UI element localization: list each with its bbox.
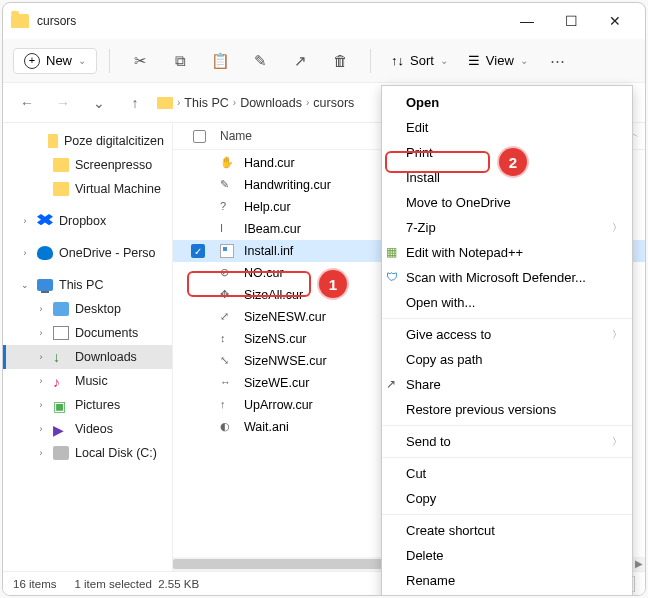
cursor-file-icon: ?	[220, 200, 234, 214]
forward-button[interactable]: →	[49, 89, 77, 117]
pictures-icon: ▣	[53, 398, 69, 412]
ctx-label: Open with...	[406, 295, 475, 310]
ctx-label: Move to OneDrive	[406, 195, 511, 210]
videos-icon: ▶	[53, 422, 69, 436]
ctx-move-to-onedrive[interactable]: Move to OneDrive	[382, 190, 632, 215]
ctx-7-zip[interactable]: 〉7-Zip	[382, 215, 632, 240]
expand-icon[interactable]: ⌄	[19, 280, 31, 290]
sidebar-item-label: Poze digitalcitizen	[64, 134, 164, 148]
minimize-button[interactable]: —	[505, 6, 549, 36]
sidebar-item-local-disk-c-[interactable]: ›Local Disk (C:)	[3, 441, 172, 465]
ctx-create-shortcut[interactable]: Create shortcut	[382, 518, 632, 543]
rename-button[interactable]: ✎	[242, 45, 278, 77]
defender-icon: 🛡	[386, 270, 400, 284]
expand-icon[interactable]: ›	[35, 400, 47, 410]
sidebar-item-label: Music	[75, 374, 108, 388]
file-name: IBeam.cur	[244, 222, 301, 236]
expand-icon[interactable]: ›	[35, 424, 47, 434]
sidebar-item-poze-digitalcitizen[interactable]: Poze digitalcitizen	[3, 129, 172, 153]
item-count: 16 items	[13, 578, 56, 590]
expand-icon[interactable]: ›	[35, 448, 47, 458]
ctx-label: Edit	[406, 120, 428, 135]
submenu-arrow-icon: 〉	[612, 221, 622, 235]
file-explorer-window: cursors — ☐ ✕ + New ⌄ ✂ ⧉ 📋 ✎ ↗ 🗑 ↑↓ Sor…	[2, 2, 646, 596]
cursor-file-icon: ✥	[220, 288, 234, 302]
submenu-arrow-icon: 〉	[612, 435, 622, 449]
ctx-open[interactable]: Open	[382, 90, 632, 115]
expand-icon[interactable]: ›	[35, 376, 47, 386]
sidebar-item-label: Videos	[75, 422, 113, 436]
inf-file-icon	[220, 244, 234, 258]
ctx-share[interactable]: ↗Share	[382, 372, 632, 397]
ctx-copy[interactable]: Copy	[382, 486, 632, 511]
ctx-delete[interactable]: Delete	[382, 543, 632, 568]
sidebar-item-label: Desktop	[75, 302, 121, 316]
ctx-label: Print	[406, 145, 433, 160]
sidebar-item-screenpresso[interactable]: Screenpresso	[3, 153, 172, 177]
cut-button[interactable]: ✂	[122, 45, 158, 77]
sidebar-item-label: Pictures	[75, 398, 120, 412]
ctx-edit-with-notepad-[interactable]: ▦Edit with Notepad++	[382, 240, 632, 265]
share-button[interactable]: ↗	[282, 45, 318, 77]
file-checkbox[interactable]: ✓	[191, 244, 205, 258]
sidebar-item-documents[interactable]: ›Documents	[3, 321, 172, 345]
select-all-checkbox[interactable]	[193, 130, 206, 143]
sort-button[interactable]: ↑↓ Sort ⌄	[383, 49, 456, 72]
ctx-label: 7-Zip	[406, 220, 436, 235]
sidebar-item-downloads[interactable]: ›↓Downloads	[3, 345, 172, 369]
cursor-file-icon: ⤡	[220, 354, 234, 368]
cursor-file-icon: I	[220, 222, 234, 236]
ctx-label: Give access to	[406, 327, 491, 342]
sidebar-item-label: Dropbox	[59, 214, 106, 228]
ctx-scan-with-microsoft-defender-[interactable]: 🛡Scan with Microsoft Defender...	[382, 265, 632, 290]
up-button[interactable]: ↑	[121, 89, 149, 117]
ctx-label: Copy as path	[406, 352, 483, 367]
expand-icon[interactable]: ›	[19, 216, 31, 226]
expand-icon[interactable]: ›	[35, 304, 47, 314]
sidebar-item-dropbox[interactable]: ›Dropbox	[3, 209, 172, 233]
ctx-restore-previous-versions[interactable]: Restore previous versions	[382, 397, 632, 422]
copy-button[interactable]: ⧉	[162, 45, 198, 77]
sidebar-item-videos[interactable]: ›▶Videos	[3, 417, 172, 441]
maximize-button[interactable]: ☐	[549, 6, 593, 36]
sidebar-item-this-pc[interactable]: ⌄This PC	[3, 273, 172, 297]
new-label: New	[46, 53, 72, 68]
more-button[interactable]: ⋯	[540, 45, 576, 77]
expand-icon[interactable]: ›	[19, 248, 31, 258]
view-button[interactable]: ☰ View ⌄	[460, 49, 536, 72]
ctx-give-access-to[interactable]: 〉Give access to	[382, 322, 632, 347]
sidebar: Poze digitalcitizenScreenpressoVirtual M…	[3, 123, 173, 571]
sidebar-item-onedrive-perso[interactable]: ›OneDrive - Perso	[3, 241, 172, 265]
submenu-arrow-icon: 〉	[612, 328, 622, 342]
close-button[interactable]: ✕	[593, 6, 637, 36]
crumb-item[interactable]: cursors	[313, 96, 354, 110]
crumb-item[interactable]: Downloads	[240, 96, 302, 110]
sidebar-item-desktop[interactable]: ›Desktop	[3, 297, 172, 321]
ctx-send-to[interactable]: 〉Send to	[382, 429, 632, 454]
paste-button[interactable]: 📋	[202, 45, 238, 77]
delete-button[interactable]: 🗑	[322, 45, 358, 77]
documents-icon	[53, 326, 69, 340]
disk-icon	[53, 446, 69, 460]
file-name: SizeWE.cur	[244, 376, 309, 390]
expand-icon[interactable]: ›	[35, 328, 47, 338]
ctx-open-with-[interactable]: Open with...	[382, 290, 632, 315]
titlebar: cursors — ☐ ✕	[3, 3, 645, 39]
ctx-edit[interactable]: Edit	[382, 115, 632, 140]
ctx-copy-as-path[interactable]: Copy as path	[382, 347, 632, 372]
recent-button[interactable]: ⌄	[85, 89, 113, 117]
breadcrumb[interactable]: › This PC › Downloads › cursors	[157, 96, 354, 110]
ctx-label: Open	[406, 95, 439, 110]
back-button[interactable]: ←	[13, 89, 41, 117]
new-button[interactable]: + New ⌄	[13, 48, 97, 74]
desktop-icon	[53, 302, 69, 316]
ctx-label: Create shortcut	[406, 523, 495, 538]
ctx-cut[interactable]: Cut	[382, 461, 632, 486]
ctx-rename[interactable]: Rename	[382, 568, 632, 593]
sidebar-item-virtual-machine[interactable]: Virtual Machine	[3, 177, 172, 201]
crumb-item[interactable]: This PC	[184, 96, 228, 110]
share-icon: ↗	[386, 377, 400, 391]
expand-icon[interactable]: ›	[35, 352, 47, 362]
sidebar-item-pictures[interactable]: ›▣Pictures	[3, 393, 172, 417]
sidebar-item-music[interactable]: ›♪Music	[3, 369, 172, 393]
